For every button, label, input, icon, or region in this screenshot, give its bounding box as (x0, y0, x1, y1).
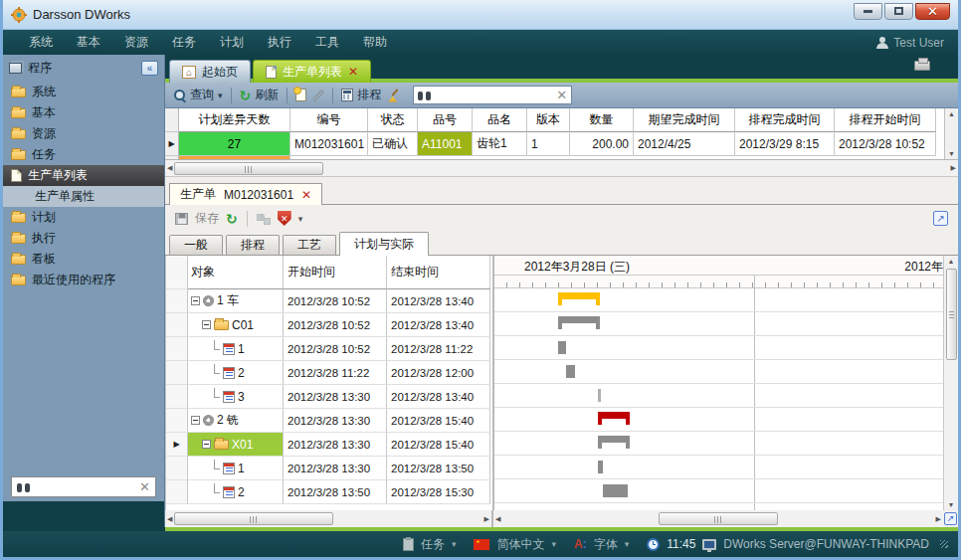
col-qty[interactable]: 数量 (570, 108, 634, 132)
subtab-general[interactable]: 一般 (169, 235, 223, 255)
sidebar-search-input[interactable] (35, 480, 134, 494)
scroll-down-icon[interactable]: ▼ (948, 501, 955, 508)
toolbar-search-input[interactable] (436, 88, 551, 102)
menu-execute[interactable]: 执行 (268, 34, 291, 51)
col-diff-days[interactable]: 计划差异天数 (179, 108, 290, 132)
broom-icon[interactable] (387, 89, 401, 102)
collapse-node-icon[interactable] (202, 440, 211, 449)
detail-tab[interactable]: 生产单 M012031601 ✕ (169, 183, 322, 205)
tree-row-selected[interactable]: ▶ X01 2012/3/28 13:30 2012/3/28 15:40 (166, 433, 492, 457)
tree-row[interactable]: C01 2012/3/28 10:52 2012/3/28 13:40 (166, 313, 492, 337)
user-indicator[interactable]: Test User (876, 36, 944, 50)
shield-cancel-icon[interactable]: ✕ (278, 211, 291, 226)
sidebar-item-execute[interactable]: 执行 (3, 228, 164, 249)
menu-basic[interactable]: 基本 (77, 34, 100, 51)
status-task[interactable]: 任务 (421, 536, 445, 553)
popout-icon[interactable]: ↗ (944, 512, 957, 525)
scroll-left-icon[interactable]: ◀ (167, 515, 172, 523)
gantt-bar-summary[interactable] (598, 412, 630, 419)
collapse-node-icon[interactable] (191, 296, 200, 305)
col-version[interactable]: 版本 (527, 108, 570, 132)
gantt-row[interactable] (494, 456, 943, 479)
menu-tools[interactable]: 工具 (315, 34, 339, 51)
order-row[interactable]: ▶ 27 M012031601 已确认 A11001 齿轮1 1 200.00 … (165, 132, 944, 156)
collapse-node-icon[interactable] (202, 320, 211, 329)
printer-icon[interactable] (914, 61, 930, 71)
scrollbar-thumb[interactable] (659, 512, 778, 525)
gantt-row[interactable] (494, 408, 943, 432)
menu-plan[interactable]: 计划 (220, 34, 244, 51)
gantt-row[interactable] (494, 336, 943, 360)
sidebar-item-kanban[interactable]: 看板 (3, 249, 164, 270)
subtab-plan-vs-actual[interactable]: 计划与实际 (339, 232, 429, 256)
gantt-bar-task[interactable] (598, 389, 601, 402)
sidebar-item-resource[interactable]: 资源 (3, 123, 164, 144)
sidebar-item-plan[interactable]: 计划 (3, 207, 164, 228)
subtab-process[interactable]: 工艺 (283, 235, 336, 255)
refresh-button[interactable]: ↻ 刷新 (240, 87, 280, 103)
menu-resource[interactable]: 资源 (124, 34, 148, 51)
schedule-button[interactable]: 排程 (341, 87, 381, 103)
close-tab-icon[interactable]: ✕ (348, 65, 358, 79)
chevron-down-icon[interactable]: ▾ (452, 539, 457, 549)
tree-row[interactable]: 2 2012/3/28 13:50 2012/3/28 15:30 (166, 480, 492, 504)
scroll-up-icon[interactable]: ▲ (948, 258, 955, 265)
scrollbar-thumb[interactable] (946, 269, 957, 360)
col-end-time[interactable]: 结束时间 (387, 256, 490, 289)
col-sched-finish[interactable]: 排程完成时间 (735, 108, 835, 132)
scroll-left-icon[interactable]: ◀ (495, 515, 500, 523)
tab-order-list[interactable]: 生产单列表 ✕ (253, 60, 371, 83)
scroll-right-icon[interactable]: ▶ (936, 515, 941, 523)
gantt-row[interactable] (494, 432, 943, 456)
gantt-row[interactable] (494, 384, 943, 408)
col-expect-finish[interactable]: 期望完成时间 (634, 108, 735, 132)
scrollbar-thumb[interactable] (174, 512, 333, 525)
close-button[interactable]: ✕ (915, 3, 950, 20)
status-language[interactable]: 简体中文 (496, 536, 544, 553)
gantt-bar-summary[interactable] (558, 292, 600, 299)
clear-search-icon[interactable]: ✕ (139, 479, 150, 494)
gantt-bar-task[interactable] (558, 341, 566, 354)
tree-row[interactable]: 1 车 2012/3/28 10:52 2012/3/28 13:40 (166, 289, 492, 313)
chevron-down-icon[interactable]: ▾ (625, 539, 630, 549)
col-item-name[interactable]: 品名 (473, 108, 527, 132)
gantt-bar-task[interactable] (598, 461, 603, 473)
sidebar-item-recent[interactable]: 最近使用的程序 (3, 270, 164, 290)
gantt-row[interactable] (494, 312, 943, 336)
maximize-button[interactable] (884, 3, 913, 20)
tab-home[interactable]: ⌂ 起始页 (169, 60, 251, 83)
orders-grid-vscroll[interactable]: ▲▼ (944, 108, 958, 159)
col-sched-start[interactable]: 排程开始时间 (835, 108, 936, 132)
detail-vscroll[interactable]: ▲ ▼ (943, 256, 958, 510)
chevron-down-icon[interactable]: ▾ (551, 539, 556, 549)
tree-row[interactable]: 3 2012/3/28 13:30 2012/3/28 13:40 (166, 385, 492, 409)
tree-row[interactable]: 1 2012/3/28 10:52 2012/3/28 11:22 (166, 337, 492, 361)
new-document-icon[interactable] (295, 89, 306, 101)
edit-pencil-icon[interactable] (313, 91, 323, 100)
scroll-down-icon[interactable]: ▼ (948, 150, 955, 157)
tree-row[interactable]: 1 2012/3/28 13:30 2012/3/28 13:50 (166, 457, 492, 480)
query-button[interactable]: 查询 ▾ (173, 87, 223, 103)
sidebar-item-basic[interactable]: 基本 (3, 102, 164, 123)
col-start-time[interactable]: 开始时间 (284, 256, 387, 289)
gantt-row[interactable] (494, 479, 943, 503)
scroll-right-icon[interactable]: ▶ (951, 164, 956, 172)
collapse-node-icon[interactable] (191, 416, 200, 425)
col-status[interactable]: 状态 (368, 108, 418, 132)
save-button[interactable]: 保存 (195, 210, 219, 227)
menu-help[interactable]: 帮助 (363, 34, 387, 51)
gantt-bar-summary[interactable] (558, 316, 600, 323)
gantt-bar-task[interactable] (566, 365, 575, 378)
tree-row[interactable]: 2 2012/3/28 11:22 2012/3/28 12:00 (166, 361, 492, 385)
menu-system[interactable]: 系统 (29, 34, 53, 51)
gantt-hscroll[interactable]: ◀ ▶ (493, 510, 943, 527)
tree-row[interactable]: 2 铣 2012/3/28 13:30 2012/3/28 15:40 (166, 409, 492, 433)
sidebar-item-order-props[interactable]: 生产单属性 (3, 186, 164, 207)
gantt-bar-summary[interactable] (598, 436, 630, 443)
orders-grid-hscroll[interactable]: ◀ ▶ (165, 160, 958, 177)
minimize-button[interactable] (854, 3, 882, 20)
resize-grip[interactable] (940, 540, 948, 548)
org-chart-icon[interactable] (257, 213, 271, 225)
clear-search-icon[interactable]: ✕ (556, 88, 567, 102)
chevron-down-icon[interactable]: ▾ (298, 214, 303, 224)
